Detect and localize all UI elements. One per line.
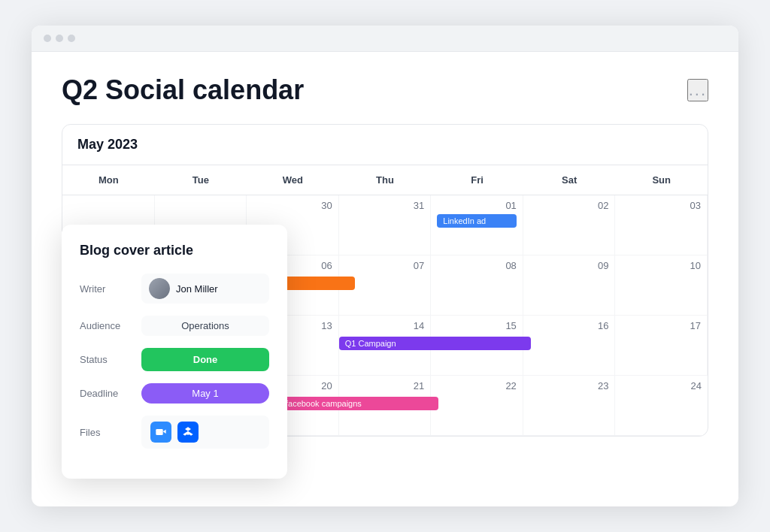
day-number-17: 17 [621, 320, 701, 331]
day-cell-10[interactable]: 10 [615, 255, 708, 316]
day-number-09: 09 [529, 260, 609, 271]
day-header-fri: Fri [431, 165, 523, 195]
day-cell-01[interactable]: 01 LinkedIn ad [431, 195, 523, 255]
day-number-30: 30 [253, 200, 332, 211]
day-cell-24[interactable]: 24 [615, 376, 708, 436]
day-cell-16[interactable]: 16 [523, 316, 616, 376]
zoom-icon[interactable] [150, 422, 171, 443]
day-number-10: 10 [621, 260, 701, 271]
day-number-23: 23 [529, 380, 609, 391]
day-cell-08[interactable]: 08 [431, 255, 523, 316]
day-number-24: 24 [621, 380, 702, 391]
day-cell-31[interactable]: 31 [339, 195, 432, 255]
deadline-label: Deadline [80, 388, 132, 399]
day-number-15: 15 [437, 320, 517, 331]
day-number-16: 16 [529, 320, 609, 331]
day-number-07: 07 [345, 260, 425, 271]
day-number-01: 01 [437, 200, 517, 211]
popup-title: Blog cover article [80, 243, 269, 258]
day-number-03: 03 [621, 200, 701, 211]
day-number-31: 31 [345, 200, 425, 211]
popup-row-deadline: Deadline May 1 [80, 383, 269, 404]
linkedin-ad-event[interactable]: LinkedIn ad [437, 214, 517, 228]
popup-row-writer: Writer Jon Miller [80, 274, 269, 304]
avatar [149, 278, 170, 299]
status-badge[interactable]: Done [141, 348, 269, 371]
day-header-sun: Sun [615, 165, 708, 195]
browser-dot-3 [68, 35, 75, 42]
day-number-14: 14 [345, 320, 425, 331]
day-number-22: 22 [437, 380, 517, 391]
writer-name: Jon Miller [176, 283, 262, 295]
popup-row-files: Files [80, 416, 269, 449]
day-number-21: 21 [345, 380, 425, 391]
popup-row-audience: Audience Operations [80, 316, 269, 336]
status-label: Status [80, 354, 132, 365]
dropbox-icon[interactable] [177, 422, 199, 443]
day-cell-22[interactable]: 22 [431, 376, 523, 436]
popup-row-status: Status Done [80, 348, 269, 371]
day-cell-09[interactable]: 09 [523, 255, 616, 316]
files-label: Files [80, 427, 132, 438]
q1-campaign-event[interactable]: Q1 Campaign [339, 337, 531, 350]
writer-label: Writer [80, 283, 132, 295]
avatar-image [149, 278, 170, 299]
more-options-button[interactable]: ... [687, 79, 708, 101]
page-title: Q2 Social calendar [62, 74, 304, 106]
calendar-month-label: May 2023 [62, 125, 708, 165]
day-cell-17[interactable]: 17 [615, 316, 708, 376]
day-cell-23[interactable]: 23 [523, 376, 616, 436]
browser-window: Q2 Social calendar ... May 2023 Mon Tue … [32, 26, 738, 506]
popup-card: Blog cover article Writer Jon Miller Aud… [62, 225, 287, 479]
browser-dot-2 [56, 35, 63, 42]
day-cell-03[interactable]: 03 [615, 195, 708, 255]
page-header: Q2 Social calendar ... [62, 74, 708, 106]
day-header-sat: Sat [523, 165, 616, 195]
day-number-02: 02 [529, 200, 609, 211]
day-header-tue: Tue [155, 165, 247, 195]
day-cell-14[interactable]: 14 Q1 Campaign [339, 316, 432, 376]
day-cell-02[interactable]: 02 [523, 195, 616, 255]
audience-value[interactable]: Operations [141, 316, 269, 336]
svg-rect-0 [156, 429, 162, 435]
app-container: Q2 Social calendar ... May 2023 Mon Tue … [32, 52, 738, 459]
writer-badge: Jon Miller [141, 274, 269, 304]
files-container [141, 416, 269, 449]
day-header-thu: Thu [339, 165, 432, 195]
browser-bar [32, 26, 738, 52]
audience-label: Audience [80, 320, 132, 331]
deadline-badge[interactable]: May 1 [141, 383, 269, 404]
day-header-wed: Wed [247, 165, 339, 195]
day-header-mon: Mon [62, 165, 155, 195]
browser-dot-1 [44, 35, 51, 42]
day-number-08: 08 [437, 260, 517, 271]
